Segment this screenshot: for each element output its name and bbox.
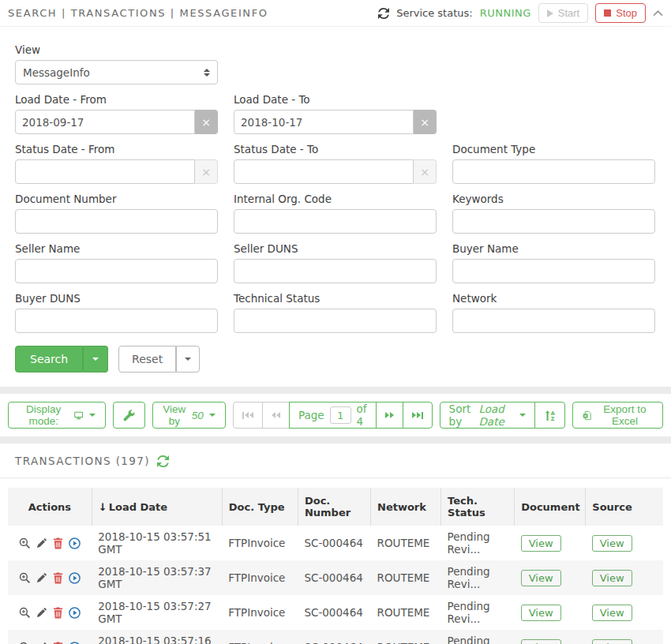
search-dropdown-button[interactable] xyxy=(83,346,108,373)
edit-pencil-icon[interactable] xyxy=(36,607,47,618)
column-header-doc-type[interactable]: Doc. Type xyxy=(222,488,298,526)
zoom-in-icon[interactable] xyxy=(19,572,31,584)
document-view-button[interactable]: View xyxy=(521,535,561,552)
view-select[interactable]: MessageInfo xyxy=(15,60,218,84)
edit-pencil-icon[interactable] xyxy=(36,537,47,549)
status-date-from-input[interactable] xyxy=(15,159,195,184)
view-by-button[interactable]: View by 50 xyxy=(152,402,226,429)
export-label: Export to Excel xyxy=(597,403,653,427)
page-of-label: of 4 xyxy=(357,402,367,428)
refresh-transactions-icon[interactable] xyxy=(157,455,169,467)
sort-by-button[interactable]: Sort by Load Date xyxy=(440,402,535,429)
display-mode-label: Display mode: xyxy=(18,403,69,427)
document-view-button[interactable]: View xyxy=(521,639,561,644)
play-icon xyxy=(547,9,553,17)
column-header-tech-status[interactable]: Tech. Status xyxy=(441,488,515,526)
first-page-button[interactable] xyxy=(233,402,263,429)
stop-button[interactable]: Stop xyxy=(595,3,646,23)
delete-trash-icon[interactable] xyxy=(53,572,63,584)
source-view-button[interactable]: View xyxy=(592,535,632,552)
sort-controls: Sort by Load Date xyxy=(440,402,565,429)
reset-dropdown-button[interactable] xyxy=(176,346,200,373)
document-type-input[interactable] xyxy=(452,159,655,184)
start-button[interactable]: Start xyxy=(538,3,588,23)
view-select-value: MessageInfo xyxy=(23,66,90,79)
document-number-input[interactable] xyxy=(15,209,218,234)
column-header-actions[interactable]: Actions xyxy=(8,488,92,526)
settings-wrench-button[interactable] xyxy=(113,402,145,429)
zoom-in-icon[interactable] xyxy=(19,642,31,644)
load-date-cell: 2018-10-15 03:57:51 GMT xyxy=(92,526,222,560)
collapse-chevron-icon[interactable] xyxy=(653,10,663,17)
buyer-name-label: Buyer Name xyxy=(452,242,655,255)
doc-type-cell: FTPInvoice xyxy=(222,595,298,630)
last-page-button[interactable] xyxy=(403,402,433,429)
document-view-button[interactable]: View xyxy=(521,570,561,586)
first-page-icon xyxy=(242,412,253,419)
page-number-input[interactable] xyxy=(330,406,351,424)
source-view-button[interactable]: View xyxy=(592,605,632,621)
table-row: 2018-10-15 03:57:16 GMT FTPInvoice SC-00… xyxy=(8,630,663,644)
source-view-button[interactable]: View xyxy=(592,570,632,586)
buyer-duns-input[interactable] xyxy=(15,309,218,333)
column-header-network[interactable]: Network xyxy=(371,488,441,526)
clear-icon[interactable]: × xyxy=(195,110,218,134)
edit-pencil-icon[interactable] xyxy=(36,572,47,583)
play-circle-icon[interactable] xyxy=(69,537,81,549)
tech-status-cell: Pending Revi... xyxy=(441,560,515,595)
load-date-cell: 2018-10-15 03:57:37 GMT xyxy=(92,560,222,595)
source-view-button[interactable]: View xyxy=(592,639,632,644)
internal-org-code-input[interactable] xyxy=(234,209,437,234)
doc-type-cell: FTPInvoice xyxy=(222,630,298,644)
reset-button[interactable]: Reset xyxy=(118,346,176,373)
zoom-in-icon[interactable] xyxy=(19,537,31,549)
play-circle-icon[interactable] xyxy=(69,572,81,584)
prev-page-button[interactable] xyxy=(262,402,290,429)
clear-icon[interactable]: × xyxy=(414,110,437,134)
clear-icon: × xyxy=(195,159,218,184)
next-page-button[interactable] xyxy=(376,402,403,429)
play-circle-icon[interactable] xyxy=(69,607,81,619)
seller-duns-input[interactable] xyxy=(234,259,437,283)
search-button[interactable]: Search xyxy=(15,346,83,373)
status-date-to-input[interactable] xyxy=(234,159,414,184)
column-header-doc-number[interactable]: Doc. Number xyxy=(298,488,370,526)
play-circle-icon[interactable] xyxy=(69,642,81,644)
column-header-source[interactable]: Source xyxy=(586,488,663,526)
delete-trash-icon[interactable] xyxy=(53,642,63,644)
technical-status-input[interactable] xyxy=(234,309,437,333)
document-view-button[interactable]: View xyxy=(521,605,561,621)
column-header-document[interactable]: Document xyxy=(515,488,586,526)
doc-number-cell: SC-000464 xyxy=(298,595,370,630)
export-to-excel-button[interactable]: Export to Excel xyxy=(572,402,663,429)
load-date-to-input[interactable] xyxy=(234,110,414,134)
service-status-label: Service status: xyxy=(396,7,473,19)
breadcrumb: SEARCH | TRANSACTIONS | MESSAGEINFO xyxy=(8,7,268,19)
last-page-icon xyxy=(412,412,423,419)
load-date-from-label: Load Date - From xyxy=(15,93,218,106)
seller-name-input[interactable] xyxy=(15,259,218,283)
buyer-name-input[interactable] xyxy=(452,259,655,283)
delete-trash-icon[interactable] xyxy=(53,537,63,549)
refresh-icon[interactable] xyxy=(378,8,389,19)
transactions-section-header: TRANSACTIONS (197) xyxy=(0,444,671,477)
network-cell: ROUTEME xyxy=(371,595,441,630)
service-status-area: Service status: RUNNING Start Stop xyxy=(378,3,663,23)
table-header-row: Actions ↓Load Date Doc. Type Doc. Number… xyxy=(8,488,663,526)
delete-trash-icon[interactable] xyxy=(53,607,63,619)
load-date-from-input[interactable] xyxy=(15,110,195,134)
status-date-to-label: Status Date - To xyxy=(234,143,437,155)
document-type-label: Document Type xyxy=(452,143,655,155)
network-input[interactable] xyxy=(452,309,655,333)
zoom-in-icon[interactable] xyxy=(19,607,31,619)
sort-direction-button[interactable] xyxy=(534,402,565,429)
column-header-load-date[interactable]: ↓Load Date xyxy=(92,488,222,526)
sort-by-value: Load Date xyxy=(478,402,514,428)
view-label: View xyxy=(15,43,218,56)
clear-icon: × xyxy=(414,159,437,184)
internal-org-code-label: Internal Org. Code xyxy=(234,193,437,205)
display-mode-button[interactable]: Display mode: xyxy=(8,402,106,429)
prev-page-icon xyxy=(272,412,280,418)
keywords-input[interactable] xyxy=(452,209,655,234)
transactions-table: Actions ↓Load Date Doc. Type Doc. Number… xyxy=(8,488,663,644)
